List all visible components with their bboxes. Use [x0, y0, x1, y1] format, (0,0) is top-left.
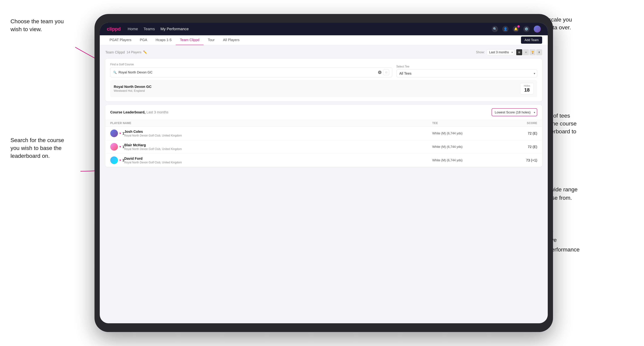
add-team-button[interactable]: Add Team	[521, 36, 542, 44]
player-name-3: David Ford	[124, 157, 432, 161]
nav-link-teams[interactable]: Teams	[144, 27, 155, 31]
annotation-search: Search for the courseyou wish to base th…	[10, 136, 64, 160]
tablet-screen: clippd Home Teams My Performance 🔍 👤 🔔 1…	[100, 23, 548, 323]
list-view-button[interactable]: ≡	[523, 49, 529, 55]
leaderboard-table: PLAYER NAME TEE SCORE ♥ 1	[105, 120, 542, 167]
bell-icon[interactable]: 🔔 1	[513, 26, 519, 32]
tee-cell-3: White (M) (6,744 yds)	[432, 159, 502, 162]
course-name: Royal North Devon GC	[114, 85, 152, 89]
nav-logo: clippd	[107, 26, 120, 32]
heart-icon-2: ♥	[119, 145, 121, 148]
favorite-button[interactable]: ☆	[383, 69, 389, 75]
find-course-label: Find a Golf Course	[110, 63, 392, 66]
tablet-frame: clippd Home Teams My Performance 🔍 👤 🔔 1…	[94, 14, 553, 332]
show-label: Show:	[476, 50, 485, 54]
table-header-row: PLAYER NAME TEE SCORE	[105, 120, 542, 127]
settings-icon[interactable]: ⚙️	[523, 26, 530, 32]
team-header: Team Clippd 14 Players ✏️ Show: Last 3 m…	[105, 49, 542, 55]
search-icon[interactable]: 🔍	[492, 26, 498, 32]
rank-cell-3: ♥ 3	[110, 156, 124, 164]
show-dropdown-wrapper: Last 3 months Last month Last 6 months L…	[487, 49, 514, 55]
tee-header: TEE	[432, 122, 502, 125]
clear-search-button[interactable]: ✕	[378, 71, 382, 74]
tee-col: Select Tee All Tees White (M) (6,744 yds…	[396, 65, 537, 77]
team-title: Team Clippd 14 Players	[105, 50, 142, 54]
player-avatar-2	[110, 143, 118, 151]
table-row: ♥ 1 Blair McHarg Royal North Devon Golf …	[105, 140, 542, 154]
player-avatar-1	[110, 130, 118, 137]
grid-view-button[interactable]: ⊞	[516, 49, 522, 55]
search-row: Find a Golf Course 🔍 ✕ ☆ Select Tee Al	[110, 63, 537, 77]
sub-nav-pga[interactable]: PGA	[136, 35, 152, 45]
score-cell-2: 72 (E)	[502, 145, 537, 149]
sub-nav-tour[interactable]: Tour	[204, 35, 219, 45]
table-row: ♥ 1 Josh Coles Royal North Devon Golf Cl…	[105, 127, 542, 140]
score-header: SCORE	[502, 122, 537, 125]
table-row: ♥ 3 David Ford Royal North Devon Golf Cl…	[105, 154, 542, 167]
holes-number: 18	[524, 87, 530, 93]
score-cell-3: 73 (+1)	[502, 158, 537, 162]
sub-nav: PGAT Players PGA Hcaps 1-5 Team Clippd T…	[100, 35, 548, 45]
trophy-view-button[interactable]: 🏆	[530, 49, 536, 55]
sub-nav-all-players[interactable]: All Players	[219, 35, 244, 45]
course-search-input[interactable]	[118, 70, 376, 74]
leaderboard-title: Course Leaderboard, Last 3 months	[110, 110, 168, 114]
score-cell-1: 72 (E)	[502, 131, 537, 135]
sub-nav-pgat[interactable]: PGAT Players	[105, 35, 136, 45]
rank-cell-1: ♥ 1	[110, 130, 124, 137]
nav-bar: clippd Home Teams My Performance 🔍 👤 🔔 1…	[100, 23, 548, 35]
search-section: Find a Golf Course 🔍 ✕ ☆ Select Tee Al	[105, 59, 542, 101]
holes-badge: Holes 18	[520, 83, 534, 94]
leaderboard-header: Course Leaderboard, Last 3 months Lowest…	[105, 105, 542, 120]
show-dropdown[interactable]: Last 3 months Last month Last 6 months L…	[487, 49, 514, 55]
player-name-header: PLAYER NAME	[110, 122, 432, 125]
player-info-3: David Ford Royal North Devon Golf Club, …	[124, 157, 432, 164]
main-content: Team Clippd 14 Players ✏️ Show: Last 3 m…	[100, 45, 548, 171]
rank-cell-2: ♥ 1	[110, 143, 124, 151]
nav-link-performance[interactable]: My Performance	[160, 27, 189, 31]
player-avatar-3	[110, 156, 118, 164]
player-name-1: Josh Coles	[124, 130, 432, 134]
player-name-2: Blair McHarg	[124, 143, 432, 147]
player-club-3: Royal North Devon Golf Club, United King…	[124, 161, 432, 164]
course-info: Royal North Devon GC Westward Hol, Engla…	[114, 85, 152, 93]
course-result: Royal North Devon GC Westward Hol, Engla…	[110, 80, 537, 97]
tee-cell-1: White (M) (6,744 yds)	[432, 132, 502, 135]
course-location: Westward Hol, England	[114, 89, 152, 93]
holes-label: Holes	[524, 84, 530, 87]
tee-dropdown-wrapper: All Tees White (M) (6,744 yds) Yellow (M…	[396, 70, 537, 77]
nav-icons: 🔍 👤 🔔 1 ⚙️	[492, 25, 541, 32]
edit-icon[interactable]: ✏️	[143, 50, 147, 54]
show-section: Show: Last 3 months Last month Last 6 mo…	[476, 49, 542, 55]
leaderboard-section: Course Leaderboard, Last 3 months Lowest…	[105, 105, 542, 167]
view-icons: ⊞ ≡ 🏆 ⬇	[516, 49, 542, 55]
score-type-dropdown[interactable]: Lowest Score (18 holes) Most Birdies Lon…	[492, 108, 537, 116]
annotation-team: Choose the team youwish to view.	[10, 17, 64, 33]
nav-links: Home Teams My Performance	[128, 27, 485, 31]
search-input-wrapper: 🔍 ✕ ☆	[110, 67, 392, 77]
user-icon[interactable]: 👤	[502, 26, 508, 32]
download-button[interactable]: ⬇	[536, 49, 542, 55]
player-info-1: Josh Coles Royal North Devon Golf Club, …	[124, 130, 432, 137]
player-club-2: Royal North Devon Golf Club, United King…	[124, 148, 432, 151]
tee-cell-2: White (M) (6,744 yds)	[432, 145, 502, 149]
avatar[interactable]	[534, 25, 541, 32]
search-icon-small: 🔍	[113, 71, 117, 74]
select-tee-label: Select Tee	[396, 65, 537, 68]
heart-icon-3: ♥	[119, 159, 121, 162]
search-col: Find a Golf Course 🔍 ✕ ☆	[110, 63, 392, 77]
player-info-2: Blair McHarg Royal North Devon Golf Club…	[124, 143, 432, 151]
nav-link-home[interactable]: Home	[128, 27, 138, 31]
player-club-1: Royal North Devon Golf Club, United King…	[124, 134, 432, 137]
tee-dropdown[interactable]: All Tees White (M) (6,744 yds) Yellow (M…	[396, 70, 537, 77]
sub-nav-hcaps[interactable]: Hcaps 1-5	[152, 35, 176, 45]
sub-nav-team-clippd[interactable]: Team Clippd	[176, 35, 204, 45]
score-dropdown-wrapper: Lowest Score (18 holes) Most Birdies Lon…	[492, 108, 537, 116]
heart-icon-1: ♥	[119, 132, 121, 135]
